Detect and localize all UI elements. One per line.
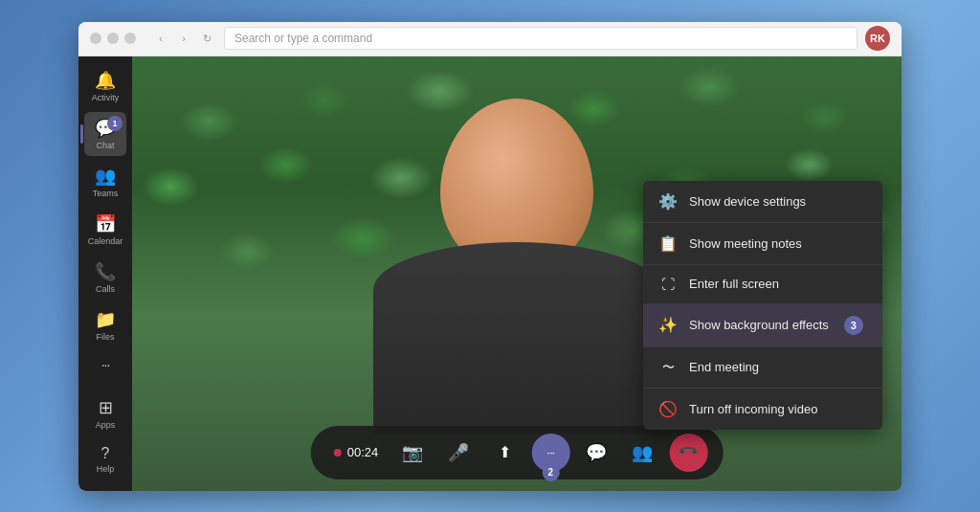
incoming-video-icon: 🚫	[658, 400, 678, 418]
menu-label-end-meeting: End meeting	[689, 360, 759, 374]
sidebar-item-apps[interactable]: ⊞ Apps	[84, 391, 126, 435]
sidebar-label-files: Files	[96, 332, 114, 342]
chat-badge: 1	[107, 116, 122, 131]
apps-icon: ⊞	[99, 397, 113, 418]
traffic-light-minimize[interactable]	[107, 33, 119, 44]
menu-item-fullscreen[interactable]: ⛶ Enter full screen	[643, 265, 882, 304]
menu-item-device-settings[interactable]: ⚙️ Show device settings	[643, 181, 882, 223]
calls-icon: 📞	[95, 261, 116, 282]
sidebar-label-help: Help	[97, 464, 115, 474]
sidebar: 🔔 Activity 💬 Chat 1 👥 Teams 📅 Calendar 📞…	[78, 56, 132, 491]
more-btn-wrapper: ··· 2	[531, 434, 569, 472]
traffic-lights	[90, 33, 136, 44]
chat-button[interactable]: 💬	[577, 434, 615, 472]
menu-label-fullscreen: Enter full screen	[689, 277, 779, 291]
sidebar-item-activity[interactable]: 🔔 Activity	[84, 64, 126, 108]
context-menu: ⚙️ Show device settings 📋 Show meeting n…	[643, 181, 882, 430]
menu-label-device-settings: Show device settings	[689, 194, 806, 209]
background-effects-badge: 3	[844, 316, 863, 335]
participants-button[interactable]: 👥	[623, 434, 661, 472]
teams-icon: 👥	[95, 166, 116, 187]
main-area: 🔔 Activity 💬 Chat 1 👥 Teams 📅 Calendar 📞…	[78, 56, 902, 491]
menu-label-meeting-notes: Show meeting notes	[689, 236, 802, 251]
sidebar-item-help[interactable]: ? Help	[84, 439, 126, 479]
menu-item-end-meeting[interactable]: 〜 End meeting	[643, 347, 882, 389]
menu-item-background-effects[interactable]: ✨ Show background effects 3	[643, 304, 882, 347]
sidebar-label-calls: Calls	[96, 284, 115, 294]
timer-value: 00:24	[347, 445, 379, 459]
end-call-button[interactable]: 📞	[661, 425, 716, 479]
meeting-notes-icon: 📋	[658, 234, 678, 253]
video-area: ⚙️ Show device settings 📋 Show meeting n…	[132, 56, 902, 491]
sidebar-label-activity: Activity	[92, 93, 120, 102]
mic-toggle-button[interactable]: 🎤	[439, 434, 478, 472]
sidebar-label-apps: Apps	[96, 420, 116, 430]
background-effects-icon: ✨	[658, 316, 678, 334]
sidebar-item-calls[interactable]: 📞 Calls	[84, 256, 126, 300]
sidebar-item-chat[interactable]: 💬 Chat 1	[84, 112, 126, 156]
sidebar-item-calendar[interactable]: 📅 Calendar	[84, 208, 126, 252]
traffic-light-maximize[interactable]	[124, 33, 136, 44]
call-timer: 00:24	[326, 445, 387, 459]
more-icon: ···	[101, 357, 110, 372]
end-meeting-icon: 〜	[658, 359, 678, 376]
fullscreen-icon: ⛶	[658, 277, 678, 292]
title-bar: ‹ › ↻ Search or type a command RK	[78, 22, 902, 56]
more-options-badge: 2	[542, 464, 559, 481]
call-controls: 00:24 📷 🎤 ⬆ ··· 2 💬 👥 📞	[311, 426, 724, 479]
search-placeholder: Search or type a command	[234, 32, 372, 45]
activity-icon: 🔔	[95, 70, 116, 91]
sidebar-label-chat: Chat	[96, 141, 114, 150]
sidebar-item-files[interactable]: 📁 Files	[84, 303, 126, 347]
sidebar-item-more[interactable]: ···	[84, 351, 126, 380]
avatar[interactable]: RK	[865, 26, 890, 51]
forward-button[interactable]: ›	[174, 29, 193, 48]
back-button[interactable]: ‹	[151, 29, 170, 48]
app-window: ‹ › ↻ Search or type a command RK 🔔 Acti…	[78, 22, 902, 491]
video-toggle-button[interactable]: 📷	[393, 434, 432, 472]
calendar-icon: 📅	[95, 213, 116, 234]
menu-item-incoming-video[interactable]: 🚫 Turn off incoming video	[643, 389, 882, 430]
files-icon: 📁	[95, 309, 116, 330]
help-icon: ?	[101, 445, 110, 462]
sidebar-label-teams: Teams	[93, 189, 119, 198]
share-button[interactable]: ⬆	[485, 434, 523, 472]
menu-item-meeting-notes[interactable]: 📋 Show meeting notes	[643, 223, 882, 265]
menu-label-background-effects: Show background effects	[689, 318, 829, 332]
refresh-button[interactable]: ↻	[197, 29, 216, 48]
device-settings-icon: ⚙️	[658, 192, 678, 211]
nav-buttons: ‹ › ↻	[151, 29, 216, 48]
person-body	[373, 242, 660, 434]
traffic-light-close[interactable]	[90, 33, 101, 44]
search-bar[interactable]: Search or type a command	[224, 27, 858, 50]
menu-label-incoming-video: Turn off incoming video	[689, 402, 817, 416]
sidebar-item-teams[interactable]: 👥 Teams	[84, 160, 126, 204]
sidebar-label-calendar: Calendar	[88, 236, 123, 246]
timer-dot	[334, 449, 342, 456]
